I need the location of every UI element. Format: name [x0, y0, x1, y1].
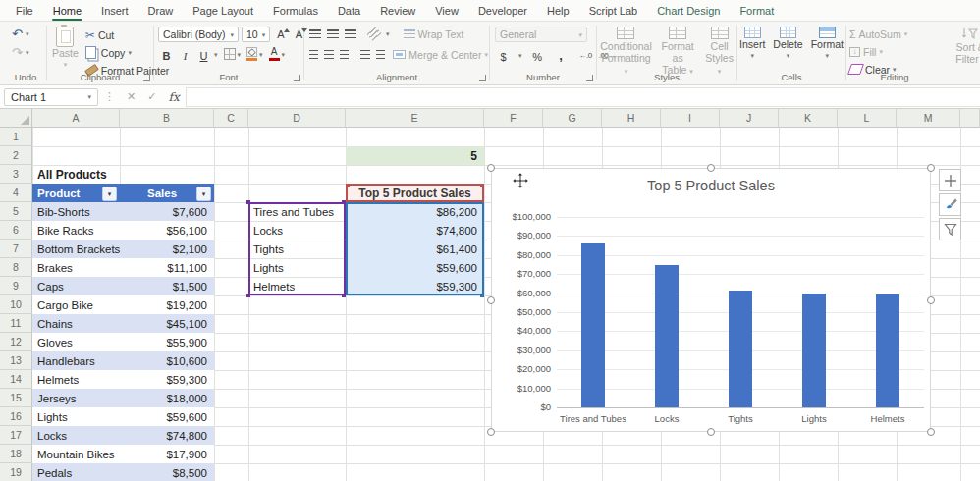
enter-icon[interactable]: ✓ — [141, 90, 162, 103]
row-header-7[interactable]: 7 — [0, 240, 32, 258]
tab-insert[interactable]: Insert — [91, 0, 138, 21]
fill-button[interactable]: ↓Fill▾ — [849, 44, 907, 59]
align-left-button[interactable] — [309, 50, 318, 59]
dialog-launcher-icon[interactable] — [294, 75, 300, 81]
top5-sales-cell[interactable]: $61,400 — [346, 240, 484, 258]
column-header-l[interactable]: L — [838, 109, 897, 128]
row-header-15[interactable]: 15 — [0, 389, 32, 407]
sales-cell[interactable]: $55,900 — [120, 333, 214, 351]
tab-formulas[interactable]: Formulas — [263, 0, 328, 21]
sales-cell[interactable]: $74,800 — [120, 426, 214, 445]
wrap-text-button[interactable]: Wrap Text — [404, 27, 464, 41]
chart-selection-handle[interactable] — [487, 164, 495, 172]
grow-font-button[interactable]: A — [277, 28, 284, 40]
sales-cell[interactable]: $2,100 — [120, 240, 214, 258]
cell-styles-button[interactable]: CellStyles ▾ — [703, 27, 735, 76]
top5-product-cell[interactable]: Tires and Tubes — [248, 202, 346, 221]
chart-selection-handle[interactable] — [707, 428, 715, 436]
row-header-14[interactable]: 14 — [0, 370, 32, 389]
product-cell[interactable]: Chains — [32, 314, 120, 333]
top5-product-cell[interactable]: Helmets — [248, 277, 346, 295]
chart-selection-handle[interactable] — [927, 164, 935, 172]
tab-view[interactable]: View — [425, 0, 468, 21]
tab-draw[interactable]: Draw — [138, 0, 184, 21]
increase-indent-button[interactable] — [376, 50, 385, 59]
row-header-5[interactable]: 5 — [0, 202, 32, 221]
top5-sales-cell[interactable]: $59,600 — [346, 258, 484, 277]
column-header-k[interactable]: K — [779, 109, 838, 128]
autosum-button[interactable]: ΣAutoSum▾ — [849, 27, 907, 41]
tab-file[interactable]: File — [6, 0, 43, 21]
product-cell[interactable]: Caps — [32, 277, 120, 295]
chart-selection-handle[interactable] — [927, 428, 935, 436]
product-cell[interactable]: Cargo Bike — [32, 295, 120, 314]
row-header-2[interactable]: 2 — [0, 146, 32, 165]
product-cell[interactable]: Bib-Shorts — [32, 202, 120, 221]
font-size-select[interactable]: 10▾ — [242, 27, 270, 42]
sort-filter-button[interactable]: Sort &Filter ▾ — [955, 27, 980, 65]
sales-cell[interactable]: $18,000 — [120, 389, 214, 407]
sheet-grid[interactable]: Top 5 Product Sales $100,000$90,000$80,0… — [0, 109, 980, 481]
align-middle-button[interactable] — [327, 29, 339, 38]
sales-cell[interactable]: $56,100 — [120, 221, 214, 240]
formula-input[interactable] — [186, 87, 980, 107]
align-right-button[interactable] — [340, 50, 349, 59]
chart-styles-button[interactable] — [939, 193, 961, 216]
insert-function-icon[interactable]: fx — [162, 90, 185, 104]
product-cell[interactable]: Bike Racks — [32, 221, 120, 240]
column-header-b[interactable]: B — [120, 109, 214, 128]
align-center-button[interactable] — [324, 50, 333, 59]
sales-cell[interactable]: $59,300 — [120, 370, 214, 389]
row-header-10[interactable]: 10 — [0, 295, 32, 314]
underline-button[interactable]: U — [195, 46, 212, 62]
row-header-19[interactable]: 19 — [0, 463, 32, 481]
column-header-m[interactable]: M — [897, 109, 960, 128]
insert-cells-button[interactable]: Insert▾ — [739, 27, 765, 59]
filter-button[interactable]: ▾ — [196, 187, 211, 201]
product-cell[interactable]: Jerseys — [32, 389, 120, 407]
align-bottom-button[interactable] — [345, 29, 356, 38]
product-cell[interactable]: Bottom Brackets — [32, 240, 120, 258]
format-as-table-button[interactable]: Format asTable ▾ — [656, 27, 699, 76]
font-color-button[interactable]: A — [269, 47, 280, 61]
column-header-e[interactable]: E — [346, 109, 484, 128]
row-header-11[interactable]: 11 — [0, 314, 32, 333]
cancel-icon[interactable]: ✕ — [121, 90, 141, 103]
dialog-launcher-icon[interactable] — [479, 75, 486, 81]
bold-button[interactable]: B — [158, 46, 175, 62]
chart-selection-handle[interactable] — [927, 296, 935, 304]
product-cell[interactable]: Handlebars — [32, 351, 120, 370]
top5-header-cell[interactable]: Top 5 Product Sales — [346, 184, 484, 202]
chart-elements-button[interactable] — [939, 169, 961, 191]
sales-cell[interactable]: $45,100 — [120, 314, 214, 333]
sales-cell[interactable]: $19,200 — [120, 295, 214, 314]
sales-cell[interactable]: $8,500 — [120, 463, 214, 481]
row-header-4[interactable]: 4 — [0, 184, 32, 202]
sales-cell[interactable]: $7,600 — [120, 202, 214, 221]
sales-cell[interactable]: $10,600 — [120, 351, 214, 370]
row-header-12[interactable]: 12 — [0, 333, 32, 351]
dialog-launcher-icon[interactable] — [143, 75, 150, 81]
chart-bar-4[interactable] — [802, 294, 826, 407]
chart-bar-5[interactable] — [876, 294, 899, 407]
row-header-16[interactable]: 16 — [0, 407, 32, 426]
top5-product-cell[interactable]: Tights — [248, 240, 346, 258]
tab-data[interactable]: Data — [328, 0, 370, 21]
chart-bar-1[interactable] — [581, 243, 605, 407]
top5-sales-cell[interactable]: $59,300 — [346, 277, 484, 295]
row-header-9[interactable]: 9 — [0, 277, 32, 295]
tab-review[interactable]: Review — [370, 0, 425, 21]
sales-cell[interactable]: $59,600 — [120, 407, 214, 426]
fill-color-button[interactable]: ◇ — [246, 47, 257, 61]
product-cell[interactable]: Lights — [32, 407, 120, 426]
column-header-f[interactable]: F — [484, 109, 543, 128]
row-header-17[interactable]: 17 — [0, 426, 32, 445]
chart-selection-handle[interactable] — [487, 296, 495, 304]
italic-button[interactable]: I — [177, 46, 193, 62]
product-cell[interactable]: Mountain Bikes — [32, 445, 120, 463]
top-n-cell[interactable]: 5 — [346, 146, 484, 165]
merge-center-button[interactable]: Merge & Center▾ — [393, 47, 488, 62]
row-header-1[interactable]: 1 — [0, 128, 32, 146]
row-header-6[interactable]: 6 — [0, 221, 32, 240]
column-header-g[interactable]: G — [543, 109, 602, 128]
